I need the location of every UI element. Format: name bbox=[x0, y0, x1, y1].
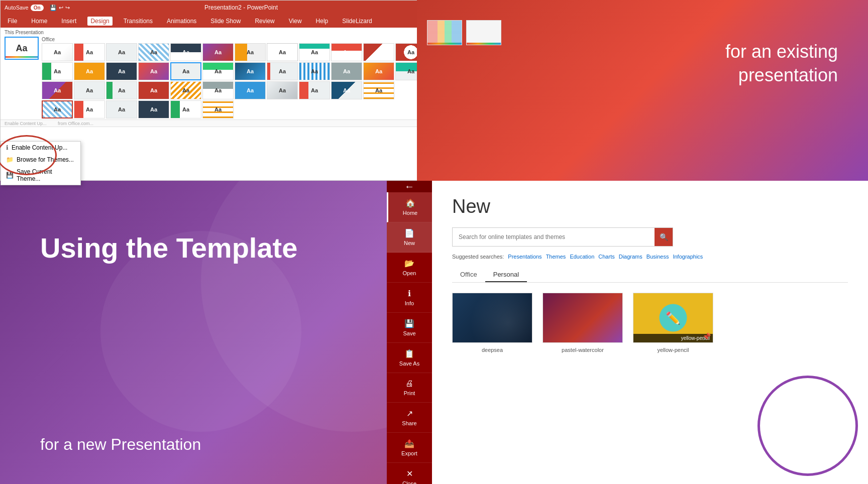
sidebar-item-home[interactable]: 🏠 Home bbox=[387, 192, 432, 222]
theme-24[interactable]: Aa bbox=[363, 62, 394, 80]
suggested-presentations[interactable]: Presentations bbox=[508, 254, 541, 260]
theme-8[interactable]: Aa bbox=[267, 43, 298, 61]
theme-23[interactable]: Aa bbox=[331, 62, 362, 80]
slide-thumb-2[interactable] bbox=[466, 20, 501, 45]
theme-1[interactable]: Aa bbox=[42, 43, 73, 61]
menu-transitions[interactable]: Transitions bbox=[121, 17, 156, 26]
theme-29[interactable]: Aa bbox=[106, 81, 137, 99]
sidebar-close-label: Close bbox=[402, 480, 416, 484]
theme-33[interactable]: Aa bbox=[235, 81, 266, 99]
theme-28[interactable]: Aa bbox=[74, 81, 105, 99]
theme-14[interactable]: Aa bbox=[42, 62, 73, 80]
saveas-icon: 📋 bbox=[404, 349, 414, 358]
menu-slideshow[interactable]: Slide Show bbox=[207, 17, 244, 26]
theme-11[interactable]: Aa bbox=[363, 43, 394, 61]
theme-27[interactable]: Aa bbox=[42, 81, 73, 99]
theme-19[interactable]: Aa bbox=[202, 62, 234, 80]
theme-5[interactable]: Aa bbox=[170, 43, 201, 61]
menu-view[interactable]: View bbox=[286, 17, 305, 26]
dropdown-enable-content[interactable]: ℹ Enable Content Up... bbox=[1, 142, 80, 154]
template-deepsea[interactable]: deepsea bbox=[452, 293, 532, 353]
pin-icon: 📌 bbox=[702, 332, 711, 340]
tab-office[interactable]: Office bbox=[452, 268, 485, 282]
export-icon: 📤 bbox=[404, 439, 414, 448]
sidebar-item-info[interactable]: ℹ Info bbox=[387, 283, 432, 313]
slide-thumb-inner-1 bbox=[427, 21, 462, 45]
theme-37[interactable]: Aa bbox=[363, 81, 394, 99]
ppt-new-panel: ← 🏠 Home 📄 New 📂 Open ℹ Info 💾 Save bbox=[387, 181, 868, 484]
theme-17[interactable]: Aa bbox=[138, 62, 169, 80]
suggested-diagrams[interactable]: Diagrams bbox=[619, 254, 642, 260]
theme-7[interactable]: Aa bbox=[235, 43, 266, 61]
sidebar-item-close[interactable]: ✕ Close bbox=[387, 463, 432, 484]
watercolor-bg bbox=[543, 293, 622, 342]
sidebar-item-save[interactable]: 💾 Save bbox=[387, 313, 432, 343]
dropdown-browse-themes[interactable]: 📁 Browse for Themes... bbox=[1, 154, 80, 166]
theme-34[interactable]: Aa bbox=[267, 81, 298, 99]
theme-32[interactable]: Aa bbox=[202, 81, 234, 99]
theme-18[interactable]: Aa bbox=[170, 62, 201, 80]
template-search-button[interactable]: 🔍 bbox=[655, 228, 673, 246]
redo-icon[interactable]: ↪ bbox=[65, 5, 70, 11]
top-right-background: for an existing presentation bbox=[417, 0, 868, 181]
menu-home[interactable]: Home bbox=[28, 17, 50, 26]
menu-review[interactable]: Review bbox=[252, 17, 277, 26]
theme-40[interactable]: Aa bbox=[106, 100, 137, 118]
menu-insert[interactable]: Insert bbox=[58, 17, 79, 26]
menu-file[interactable]: File bbox=[5, 17, 20, 26]
theme-35[interactable]: Aa bbox=[299, 81, 330, 99]
template-yellow-pencil[interactable]: ✏️ yellow-pencil 📌 yellow-pencil bbox=[633, 293, 713, 353]
sidebar-back[interactable]: ← bbox=[387, 181, 432, 192]
dropdown-save-current-theme[interactable]: 💾 Save Current Theme... bbox=[1, 166, 80, 185]
theme-21[interactable]: Aa bbox=[267, 62, 298, 80]
sidebar-item-export[interactable]: 📤 Export bbox=[387, 433, 432, 463]
menu-design[interactable]: Design bbox=[87, 17, 112, 26]
sidebar-item-new[interactable]: 📄 New bbox=[387, 222, 432, 253]
menu-help[interactable]: Help bbox=[313, 17, 332, 26]
theme-15[interactable]: Aa bbox=[74, 62, 105, 80]
current-theme-thumb[interactable]: Aa bbox=[5, 37, 39, 60]
theme-10[interactable]: Aa bbox=[331, 43, 362, 61]
suggested-business[interactable]: Business bbox=[646, 254, 669, 260]
autosave-toggle[interactable]: On bbox=[31, 5, 44, 11]
theme-3[interactable]: Aa bbox=[106, 43, 137, 61]
template-search-bar[interactable]: 🔍 bbox=[452, 227, 673, 247]
suggested-themes[interactable]: Themes bbox=[546, 254, 566, 260]
sidebar-item-print[interactable]: 🖨 Print bbox=[387, 373, 432, 403]
theme-43[interactable]: Aa bbox=[202, 100, 234, 118]
theme-39[interactable]: Aa bbox=[74, 100, 105, 118]
theme-36[interactable]: Aa bbox=[331, 81, 362, 99]
tab-personal[interactable]: Personal bbox=[485, 268, 527, 282]
theme-16[interactable]: Aa bbox=[106, 62, 137, 80]
menu-slidelizard[interactable]: SlideLizard bbox=[339, 17, 375, 26]
sidebar-save-label: Save bbox=[403, 330, 415, 336]
theme-6[interactable]: Aa bbox=[202, 43, 234, 61]
suggested-charts[interactable]: Charts bbox=[598, 254, 614, 260]
theme-22[interactable]: Aa bbox=[299, 62, 330, 80]
theme-30[interactable]: Aa bbox=[138, 81, 169, 99]
print-icon: 🖨 bbox=[405, 379, 413, 388]
pencil-circle: ✏️ bbox=[660, 304, 687, 332]
theme-38[interactable]: Aa bbox=[42, 100, 73, 118]
sidebar-item-saveas[interactable]: 📋 Save As bbox=[387, 343, 432, 373]
theme-2[interactable]: Aa bbox=[74, 43, 105, 61]
sidebar-item-share[interactable]: ↗ Share bbox=[387, 403, 432, 433]
theme-row-3: Aa Aa Aa Aa Aa Aa Aa Aa Aa Aa Aa bbox=[42, 81, 478, 99]
bottom-left-content: Using the Template bbox=[40, 231, 297, 265]
theme-4[interactable]: Aa bbox=[138, 43, 169, 61]
theme-9[interactable]: Aa bbox=[299, 43, 330, 61]
menu-animations[interactable]: Animations bbox=[164, 17, 199, 26]
template-search-input[interactable] bbox=[453, 229, 655, 245]
slide-thumb-1[interactable] bbox=[427, 20, 462, 45]
save-icon[interactable]: 💾 bbox=[50, 5, 57, 11]
theme-20[interactable]: Aa bbox=[235, 62, 266, 80]
theme-42[interactable]: Aa bbox=[170, 100, 201, 118]
theme-41[interactable]: Aa bbox=[138, 100, 169, 118]
template-pastel-watercolor[interactable]: pastel-watercolor bbox=[542, 293, 623, 353]
sidebar-item-open[interactable]: 📂 Open bbox=[387, 253, 432, 283]
save-theme-icon: 💾 bbox=[6, 172, 14, 179]
undo-icon[interactable]: ↩ bbox=[59, 5, 63, 11]
suggested-infographics[interactable]: Infographics bbox=[673, 254, 703, 260]
suggested-education[interactable]: Education bbox=[570, 254, 594, 260]
theme-31[interactable]: Aa bbox=[170, 81, 201, 99]
